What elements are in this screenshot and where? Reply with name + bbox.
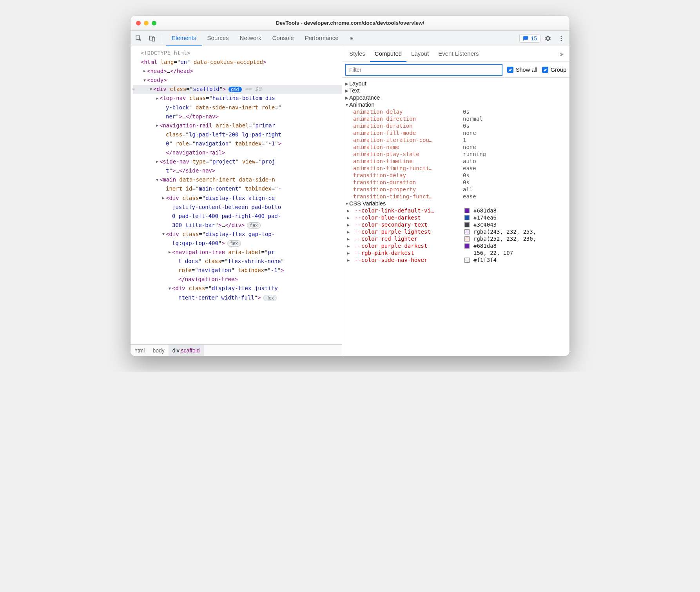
dom-row[interactable]: inert id="main-content" tabindex="- <box>133 184 342 193</box>
property-row[interactable]: transition-timing-funct…ease <box>342 193 569 200</box>
expand-caret-icon[interactable] <box>142 77 147 84</box>
subtab-layout[interactable]: Layout <box>406 46 433 62</box>
dom-row[interactable]: <navigation-rail aria-label="primar <box>133 121 342 130</box>
section-text[interactable]: Text <box>342 87 569 94</box>
show-all-checkbox[interactable]: Show all <box>507 67 537 73</box>
section-layout[interactable]: Layout <box>342 80 569 87</box>
separator <box>162 34 162 43</box>
css-variable-row[interactable]: --color-side-nav-hover#f1f3f4 <box>342 256 569 263</box>
device-toggle-icon[interactable] <box>146 33 158 44</box>
dom-row[interactable]: 300 title-bar">…</div>flex <box>133 221 342 230</box>
chevron-right-icon <box>346 216 351 220</box>
more-tabs-icon[interactable] <box>346 33 357 44</box>
dom-row[interactable]: class="lg:pad-left-200 lg:pad-right <box>133 130 342 139</box>
property-row[interactable]: animation-timelineauto <box>342 158 569 165</box>
property-row[interactable]: animation-namenone <box>342 143 569 151</box>
tab-console[interactable]: Console <box>267 31 299 46</box>
dom-row[interactable]: </navigation-rail> <box>133 148 342 157</box>
dom-row[interactable]: 0 pad-left-400 pad-right-400 pad- <box>133 212 342 221</box>
property-row[interactable]: animation-fill-modenone <box>342 129 569 136</box>
dom-row[interactable]: t docs" class="flex-shrink-none" <box>133 257 342 266</box>
property-row[interactable]: animation-duration0s <box>342 122 569 129</box>
dom-row[interactable]: <head>…</head> <box>133 67 342 76</box>
property-row[interactable]: animation-delay0s <box>342 108 569 115</box>
expand-caret-icon[interactable] <box>167 249 172 256</box>
dom-row[interactable]: 0" role="navigation" tabindex="-1"> <box>133 139 342 148</box>
more-subtabs-icon[interactable] <box>555 48 567 60</box>
maximize-window-button[interactable] <box>152 21 156 25</box>
dom-row[interactable]: ntent-center width-full">flex <box>133 293 342 302</box>
dom-row[interactable]: role="navigation" tabindex="-1"> <box>133 266 342 275</box>
group-checkbox[interactable]: Group <box>542 67 566 73</box>
section-css-variables[interactable]: CSS Variables <box>342 200 569 207</box>
expand-caret-icon[interactable] <box>155 158 160 165</box>
dom-row[interactable]: <body> <box>133 76 342 85</box>
dom-row[interactable]: justify-content-between pad-botto <box>133 203 342 212</box>
expand-caret-icon[interactable] <box>167 285 172 292</box>
dom-row[interactable]: y-block" data-side-nav-inert role=" <box>133 103 342 112</box>
property-row[interactable]: animation-timing-functi…ease <box>342 165 569 172</box>
expand-caret-icon[interactable] <box>149 86 153 93</box>
expand-caret-icon[interactable] <box>155 122 160 129</box>
computed-properties[interactable]: Layout Text Appearance Animationanimatio… <box>342 78 569 356</box>
css-variable-row[interactable]: --color-blue-darkest#174ea6 <box>342 214 569 221</box>
property-row[interactable]: animation-iteration-cou…1 <box>342 136 569 143</box>
expand-caret-icon <box>161 131 166 138</box>
dom-row[interactable]: <div class="display-flex justify <box>133 284 342 293</box>
svg-point-2 <box>561 36 562 37</box>
css-variable-row[interactable]: --rgb-pink-darkest156, 22, 107 <box>342 249 569 256</box>
color-swatch <box>464 208 470 213</box>
dom-row[interactable]: <div class="scaffold">grid== $0 <box>133 85 342 94</box>
dom-row[interactable]: <navigation-tree aria-label="pr <box>133 248 342 257</box>
tab-sources[interactable]: Sources <box>202 31 234 46</box>
css-variable-row[interactable]: --color-link-default-vi…#681da8 <box>342 207 569 214</box>
issues-button[interactable]: 15 <box>519 34 540 43</box>
dom-row[interactable]: <main data-search-inert data-side-n <box>133 175 342 184</box>
css-variable-row[interactable]: --color-purple-darkest#681da8 <box>342 242 569 249</box>
dom-row[interactable]: <!DOCTYPE html> <box>133 49 342 58</box>
expand-caret-icon[interactable] <box>155 95 160 102</box>
kebab-menu-icon[interactable] <box>555 33 567 44</box>
close-window-button[interactable] <box>136 21 141 25</box>
tab-performance[interactable]: Performance <box>299 31 344 46</box>
expand-caret-icon <box>174 276 178 283</box>
property-row[interactable]: animation-directionnormal <box>342 115 569 122</box>
expand-caret-icon <box>174 294 178 301</box>
expand-caret-icon[interactable] <box>161 195 166 202</box>
dom-row[interactable]: lg:gap-top-400">flex <box>133 239 342 248</box>
expand-caret-icon[interactable] <box>155 177 160 183</box>
settings-icon[interactable] <box>542 33 554 44</box>
dom-row[interactable]: <div class="display-flex gap-top- <box>133 230 342 239</box>
filter-input[interactable] <box>345 64 502 76</box>
subtab-event-listeners[interactable]: Event Listeners <box>433 46 483 62</box>
css-variable-row[interactable]: --color-red-lighterrgba(252, 232, 230, <box>342 235 569 242</box>
property-row[interactable]: transition-delay0s <box>342 172 569 179</box>
dom-row[interactable]: </navigation-tree> <box>133 275 342 284</box>
breadcrumb-item[interactable]: div.scaffold <box>169 345 204 356</box>
chevron-right-icon <box>346 209 351 213</box>
expand-caret-icon[interactable] <box>161 231 166 238</box>
tab-network[interactable]: Network <box>234 31 267 46</box>
dom-row[interactable]: t">…</side-nav> <box>133 166 342 175</box>
dom-row[interactable]: ner">…</top-nav> <box>133 112 342 121</box>
css-variable-row[interactable]: --color-secondary-text#3c4043 <box>342 221 569 228</box>
dom-row[interactable]: <div class="display-flex align-ce <box>133 194 342 203</box>
section-appearance[interactable]: Appearance <box>342 94 569 101</box>
breadcrumb-item[interactable]: body <box>149 345 168 356</box>
inspect-element-icon[interactable] <box>133 33 145 44</box>
css-variable-row[interactable]: --color-purple-lightestrgba(243, 232, 25… <box>342 228 569 235</box>
dom-row[interactable]: <side-nav type="project" view="proj <box>133 157 342 166</box>
property-row[interactable]: transition-duration0s <box>342 179 569 186</box>
dom-tree[interactable]: <!DOCTYPE html> <html lang="en" data-coo… <box>131 46 342 344</box>
minimize-window-button[interactable] <box>144 21 149 25</box>
property-row[interactable]: animation-play-staterunning <box>342 151 569 158</box>
dom-row[interactable]: <top-nav class="hairline-bottom dis <box>133 94 342 103</box>
dom-row[interactable]: <html lang="en" data-cookies-accepted> <box>133 58 342 67</box>
expand-caret-icon[interactable] <box>142 68 147 74</box>
tab-elements[interactable]: Elements <box>166 31 202 46</box>
subtab-styles[interactable]: Styles <box>345 46 370 62</box>
subtab-computed[interactable]: Computed <box>370 46 406 62</box>
section-animation[interactable]: Animation <box>342 101 569 108</box>
property-row[interactable]: transition-propertyall <box>342 186 569 193</box>
breadcrumb-item[interactable]: html <box>131 345 149 356</box>
